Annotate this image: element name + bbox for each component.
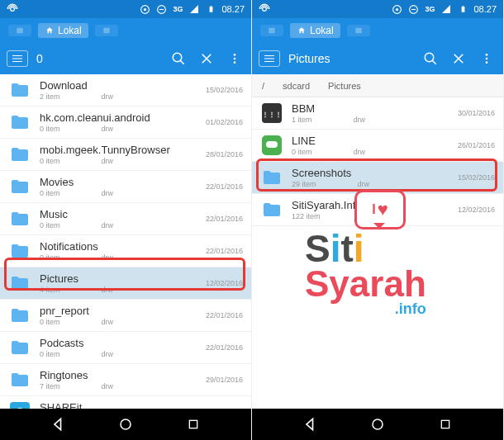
- list-item[interactable]: Music0 itemdrw22/01/2016: [0, 203, 251, 235]
- folder-perm: drw: [362, 212, 374, 220]
- folder-perm: drw: [102, 318, 114, 326]
- folder-date: 22/01/2016: [206, 343, 243, 352]
- nav-recent[interactable]: [184, 415, 202, 433]
- folder-icon: [260, 200, 283, 220]
- folder-date: 22/01/2016: [206, 247, 243, 255]
- close-button[interactable]: [449, 49, 468, 69]
- search-button[interactable]: [421, 49, 440, 69]
- home-icon: [297, 26, 307, 35]
- folder-items: 122 item: [292, 212, 321, 220]
- list-item[interactable]: LINE0 itemdrw26/01/2016: [252, 130, 503, 162]
- list-item[interactable]: hk.com.cleanui.android0 itemdrw01/02/201…: [0, 106, 251, 139]
- signal-icon: [188, 3, 200, 15]
- list-item[interactable]: ⋮⋮⋮BBM1 itemdrw30/01/2016: [252, 97, 503, 130]
- hotspot-icon: [259, 3, 270, 15]
- folder-date: 15/02/2016: [206, 86, 243, 94]
- breadcrumb[interactable]: / sdcard Pictures: [252, 74, 503, 97]
- tab-lokal[interactable]: Lokal: [38, 23, 88, 38]
- list-item[interactable]: Screenshots29 itemdrw15/02/2016: [252, 162, 503, 194]
- tab-hidden-2[interactable]: [95, 25, 118, 36]
- screenshot-right: 3G 08.27 Lokal Pictures / sdcard Picture…: [252, 0, 504, 440]
- list-item[interactable]: Notifications0 itemdrw22/01/2016: [0, 235, 251, 267]
- folder-name: SitiSyarah.Info: [292, 199, 451, 211]
- list-item[interactable]: SHAREit0 itemdrw30/01/2016: [0, 396, 251, 409]
- breadcrumb-seg[interactable]: sdcard: [283, 81, 310, 91]
- status-bar: 3G 08.27: [0, 0, 251, 18]
- signal-3g-icon: 3G: [424, 3, 435, 15]
- folder-list[interactable]: ⋮⋮⋮BBM1 itemdrw30/01/2016LINE0 itemdrw26…: [252, 97, 503, 409]
- nav-home[interactable]: [116, 415, 135, 433]
- more-button[interactable]: [477, 49, 497, 69]
- folder-items: 0 item: [292, 148, 312, 156]
- list-item[interactable]: Podcasts0 itemdrw22/01/2016: [0, 332, 251, 364]
- folder-name: Pictures: [40, 272, 199, 285]
- tab-label: Lokal: [310, 25, 334, 36]
- folder-name: Podcasts: [40, 337, 199, 349]
- menu-button[interactable]: [259, 50, 280, 67]
- svg-point-39: [373, 419, 383, 429]
- folder-icon: [8, 144, 31, 164]
- list-item[interactable]: SitiSyarah.Info122 itemdrw12/02/2016: [252, 194, 503, 226]
- svg-rect-3: [159, 8, 164, 9]
- svg-rect-19: [189, 420, 197, 428]
- folder-perm: drw: [102, 253, 114, 262]
- folder-date: 30/01/2016: [458, 109, 495, 117]
- list-item[interactable]: mobi.mgeek.TunnyBrowser0 itemdrw28/01/20…: [0, 139, 251, 171]
- tab-bar: Lokal: [0, 18, 251, 43]
- menu-button[interactable]: [7, 50, 28, 67]
- list-item[interactable]: Movies0 itemdrw22/01/2016: [0, 171, 251, 203]
- search-button[interactable]: [169, 49, 188, 69]
- folder-perm: drw: [102, 382, 114, 390]
- svg-rect-7: [103, 28, 110, 34]
- svg-rect-6: [17, 28, 23, 34]
- svg-rect-27: [355, 28, 362, 34]
- folder-icon: ⋮⋮⋮: [260, 103, 283, 123]
- svg-point-18: [121, 419, 131, 429]
- folder-icon: [8, 209, 31, 229]
- svg-rect-9: [12, 59, 22, 59]
- svg-rect-25: [463, 6, 464, 7]
- more-button[interactable]: [225, 49, 245, 69]
- folder-perm: drw: [102, 221, 114, 229]
- nav-recent[interactable]: [436, 415, 454, 433]
- status-time: 08.27: [221, 4, 245, 14]
- folder-items: 0 item: [40, 318, 60, 326]
- svg-rect-24: [462, 7, 465, 12]
- breadcrumb-seg[interactable]: /: [262, 81, 264, 91]
- folder-items: 0 item: [40, 253, 60, 262]
- close-button[interactable]: [197, 49, 216, 69]
- svg-point-33: [486, 58, 488, 60]
- folder-perm: drw: [102, 125, 114, 133]
- list-item[interactable]: Download2 itemdrw15/02/2016: [0, 74, 251, 106]
- list-item[interactable]: pnr_report0 itemdrw22/01/2016: [0, 300, 251, 332]
- svg-rect-38: [266, 141, 278, 148]
- svg-rect-5: [211, 6, 212, 7]
- folder-name: Notifications: [40, 240, 199, 253]
- signal-icon: [440, 3, 452, 15]
- nav-home[interactable]: [368, 415, 387, 433]
- folder-icon: [8, 241, 31, 261]
- list-item[interactable]: Pictures4 itemdrw12/02/2016: [0, 267, 251, 300]
- svg-rect-15: [10, 402, 30, 409]
- toolbar: Pictures: [252, 43, 503, 74]
- folder-icon: [8, 177, 31, 196]
- folder-date: 01/02/2016: [206, 118, 243, 126]
- svg-rect-4: [210, 7, 213, 12]
- tab-hidden[interactable]: [260, 25, 283, 36]
- folder-icon: [260, 135, 283, 155]
- list-item[interactable]: Ringtones7 itemdrw29/01/2016: [0, 364, 251, 396]
- folder-date: 15/02/2016: [458, 173, 495, 182]
- battery-icon: [457, 3, 468, 15]
- breadcrumb-seg[interactable]: Pictures: [328, 81, 361, 91]
- folder-date: 28/01/2016: [206, 150, 243, 158]
- folder-list[interactable]: Download2 itemdrw15/02/2016hk.com.cleanu…: [0, 74, 251, 409]
- svg-point-34: [486, 61, 488, 64]
- sync-icon: [139, 3, 150, 15]
- tab-hidden[interactable]: [8, 25, 31, 36]
- nav-back[interactable]: [50, 415, 68, 433]
- svg-point-12: [234, 54, 236, 56]
- nav-back[interactable]: [302, 415, 320, 433]
- folder-icon: [8, 305, 31, 325]
- tab-hidden-2[interactable]: [347, 25, 370, 36]
- tab-lokal[interactable]: Lokal: [290, 23, 340, 38]
